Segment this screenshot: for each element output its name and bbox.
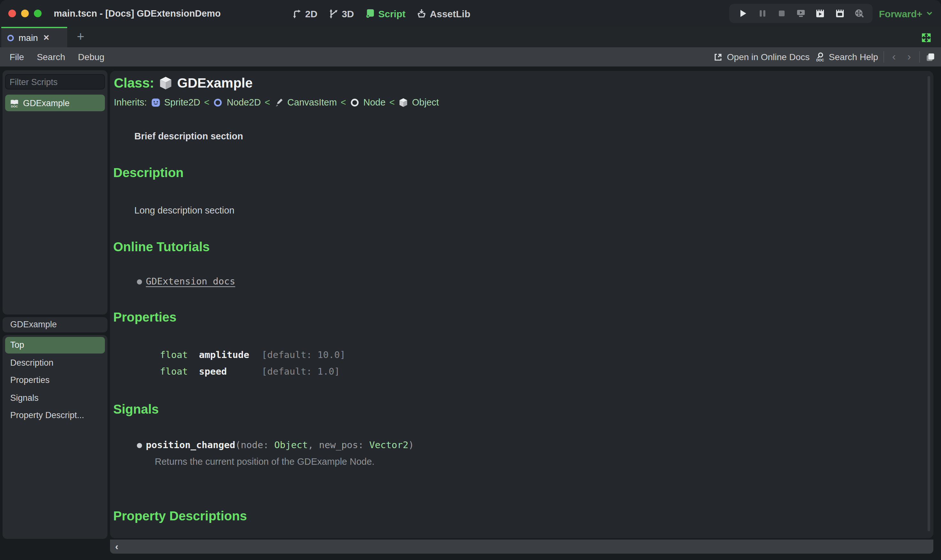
history-forward-button[interactable]: › [904, 48, 914, 66]
tab-assetlib[interactable]: AssetLib [417, 8, 470, 19]
inherits-label: Inherits: [114, 97, 147, 108]
inherits-link-node[interactable]: Node [363, 97, 386, 108]
outline-item-top[interactable]: Top [5, 337, 105, 354]
filter-scripts-input[interactable] [6, 77, 126, 87]
godot-editor-window: main.tscn - [Docs] GDExtensionDemo 2D [0, 0, 941, 560]
new-tab-button[interactable]: + [72, 27, 89, 47]
list-bullet [137, 279, 142, 285]
tab-main[interactable]: main ✕ [1, 27, 67, 47]
bottom-bar: ‹ [110, 540, 933, 554]
object-cube-icon [398, 97, 408, 107]
macos-window-controls [8, 9, 42, 17]
outline-item-description[interactable]: Description [5, 355, 105, 371]
titlebar: main.tscn - [Docs] GDExtensionDemo 2D [0, 0, 941, 27]
list-bullet [137, 443, 142, 448]
node2d-icon [213, 97, 223, 107]
class-label: Class: [114, 75, 154, 91]
separator [919, 51, 920, 63]
movie-maker-button[interactable] [853, 8, 865, 19]
2d-icon [292, 8, 302, 18]
menu-file[interactable]: File [9, 52, 24, 62]
property-default: [default: 1.0] [262, 366, 340, 377]
chevron-down-icon [926, 9, 933, 17]
zoom-window-button[interactable] [34, 9, 42, 17]
section-heading-description: Description [113, 166, 184, 180]
menu-debug[interactable]: Debug [78, 52, 105, 62]
scripts-panel-toggle-icon[interactable] [925, 51, 936, 62]
play-scene-button[interactable] [795, 8, 807, 19]
outline-item-property-descriptions[interactable]: Property Descript... [5, 407, 105, 424]
signal-definition: position_changed(node: Object, new_pos: … [146, 440, 414, 450]
close-tab-icon[interactable]: ✕ [43, 33, 49, 42]
scrollbar-thumb[interactable] [927, 76, 930, 531]
editor-context-switcher: 2D 3D [292, 0, 470, 27]
pause-button[interactable] [756, 8, 768, 19]
collapse-scripts-panel-button[interactable]: ‹ [115, 540, 118, 554]
script-list-item-gdexample[interactable]: DOC GDExample [5, 95, 105, 111]
canvasitem-icon [274, 97, 283, 107]
node-icon [350, 97, 359, 107]
param-type-link[interactable]: Vector2 [369, 440, 408, 450]
search-help-button[interactable]: DOC Search Help [815, 52, 878, 62]
inherits-link-object[interactable]: Object [412, 97, 439, 108]
node2d-icon [6, 34, 15, 42]
play-current-scene-button[interactable] [815, 8, 826, 19]
assetlib-icon [417, 8, 427, 18]
outline-item-signals[interactable]: Signals [5, 390, 105, 406]
history-back-button[interactable]: ‹ [889, 48, 899, 66]
filter-scripts-box [5, 74, 105, 89]
play-custom-scene-button[interactable] [834, 8, 845, 19]
window-title: main.tscn - [Docs] GDExtensionDemo [54, 0, 221, 27]
external-link-icon [714, 52, 723, 62]
inherits-link-canvasitem[interactable]: CanvasItem [287, 97, 337, 108]
section-heading-signals: Signals [113, 402, 159, 417]
script-icon [365, 8, 375, 18]
3d-icon [328, 8, 338, 18]
signal-description: Returns the current position of the GDEx… [155, 457, 375, 467]
property-name[interactable]: amplitude [199, 350, 249, 360]
object-cube-icon [159, 76, 173, 90]
param-type-link[interactable]: Object [275, 440, 308, 450]
menu-search[interactable]: Search [37, 52, 65, 62]
long-description: Long description section [134, 205, 234, 215]
doc-book-icon: DOC [9, 98, 19, 108]
section-heading-properties: Properties [113, 310, 177, 325]
class-title: Class: GDExample [114, 75, 253, 91]
inherits-row: Inherits: Sprite2D < Node2D < [114, 97, 439, 108]
brief-description: Brief description section [134, 131, 243, 141]
property-type[interactable]: float [160, 350, 188, 360]
distraction-free-mode-button[interactable] [921, 32, 932, 43]
stop-button[interactable] [776, 8, 787, 19]
property-type[interactable]: float [160, 366, 188, 377]
sprite2d-icon [151, 97, 160, 107]
tab-2d[interactable]: 2D [292, 8, 317, 19]
inherits-link-node2d[interactable]: Node2D [227, 97, 261, 108]
scene-tab-bar: main ✕ + [0, 27, 941, 47]
doc-outline-panel: Top Description Properties Signals Prope… [3, 335, 108, 539]
property-name[interactable]: speed [199, 366, 227, 377]
tab-3d[interactable]: 3D [328, 8, 354, 19]
tab-script[interactable]: Script [365, 8, 406, 19]
outline-header: GDExample [3, 317, 108, 332]
renderer-dropdown[interactable]: Forward+ [879, 0, 933, 27]
class-name: GDExample [177, 75, 253, 91]
search-help-icon: DOC [815, 52, 825, 62]
svg-text:DOC: DOC [11, 104, 18, 108]
play-button[interactable] [737, 8, 749, 19]
property-default: [default: 10.0] [262, 350, 346, 360]
class-doc-viewer: Class: GDExample Inherits: Sprite2D [110, 71, 933, 538]
svg-text:DOC: DOC [816, 58, 824, 62]
close-window-button[interactable] [8, 9, 16, 17]
outline-item-properties[interactable]: Properties [5, 372, 105, 389]
minimize-window-button[interactable] [21, 9, 29, 17]
section-heading-property-descriptions: Property Descriptions [113, 509, 247, 523]
section-heading-online-tutorials: Online Tutorials [113, 240, 210, 254]
open-online-docs-button[interactable]: Open in Online Docs [714, 52, 810, 62]
separator [883, 51, 884, 63]
script-editor-menubar: File Search Debug Open in Online Docs [0, 47, 941, 66]
scripts-list-panel: DOC GDExample [3, 70, 108, 314]
tutorial-link[interactable]: GDExtension docs [146, 276, 235, 286]
inherits-link-sprite2d[interactable]: Sprite2D [164, 97, 200, 108]
playback-toolbar [729, 4, 873, 23]
